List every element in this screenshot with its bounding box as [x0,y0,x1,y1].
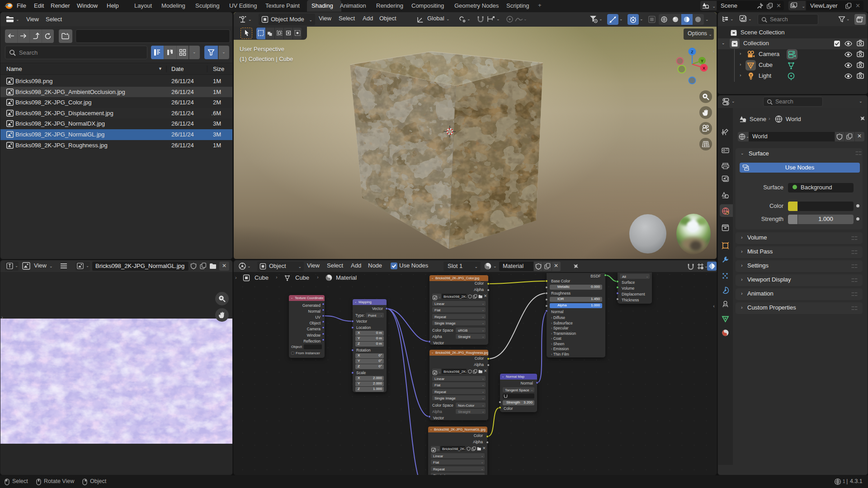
svg-text:Y: Y [701,59,703,63]
svg-text:X: X [703,66,705,70]
svg-text:Z: Z [691,50,693,54]
